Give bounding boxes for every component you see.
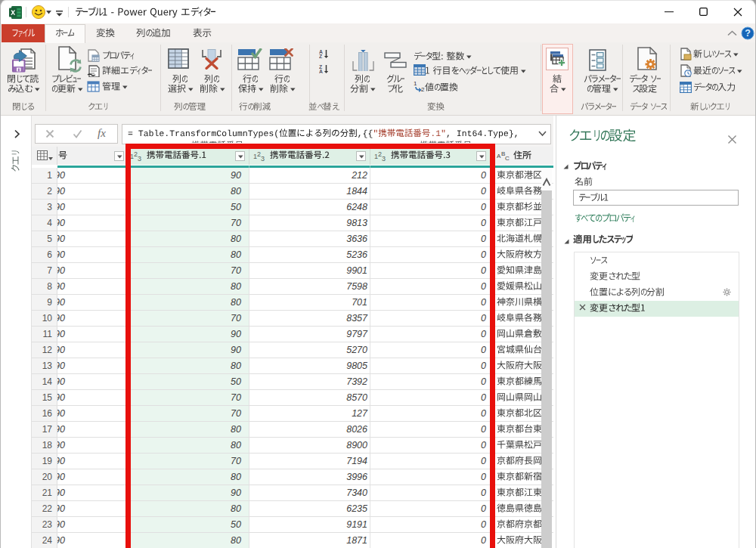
svg-text:3: 3	[382, 155, 386, 162]
svg-text:A: A	[319, 69, 323, 73]
svg-text:Z: Z	[319, 54, 322, 58]
svg-text:C: C	[505, 155, 510, 162]
svg-text:1: 1	[414, 80, 417, 87]
svg-text:?: ?	[745, 28, 751, 39]
svg-text:3: 3	[138, 155, 141, 162]
svg-text:3: 3	[261, 155, 265, 162]
